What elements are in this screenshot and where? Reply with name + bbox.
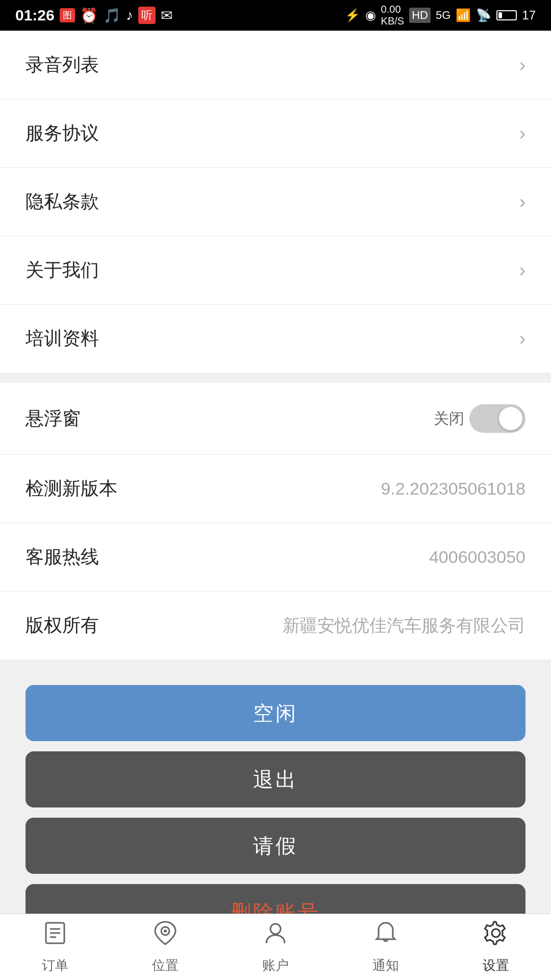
menu-card: 录音列表 › 服务协议 › 隐私条款 › 关于我们 › 培训资料 › [0, 31, 551, 373]
settings-label-float: 悬浮窗 [26, 406, 81, 431]
chevron-icon-training: › [519, 328, 525, 350]
status-icon-mail: ✉ [161, 7, 172, 24]
chevron-icon-privacy: › [519, 191, 525, 213]
settings-label-copyright: 版权所有 [26, 613, 99, 638]
hd-label: HD [409, 8, 431, 23]
signal-bars: 📶 [456, 8, 471, 22]
menu-item-service[interactable]: 服务协议 › [0, 100, 551, 168]
nav-label-settings: 设置 [483, 957, 509, 974]
idle-button[interactable]: 空闲 [26, 685, 525, 741]
location-nav-icon [152, 920, 179, 952]
nav-item-location[interactable]: 位置 [110, 920, 220, 974]
status-left: 01:26 图 ⏰ 🎵 ♪ 听 ✉ [15, 7, 172, 24]
menu-item-about[interactable]: 关于我们 › [0, 236, 551, 305]
menu-label-training: 培训资料 [26, 326, 99, 351]
settings-item-copyright: 版权所有 新疆安悦优佳汽车服务有限公司 [0, 592, 551, 659]
settings-nav-icon [483, 920, 509, 952]
menu-item-recording[interactable]: 录音列表 › [0, 31, 551, 100]
chevron-icon-about: › [519, 260, 525, 281]
status-icon-notify: 听 [138, 7, 156, 24]
settings-item-hotline: 客服热线 4006003050 [0, 523, 551, 592]
action-buttons: 空闲 退出 请假 删除账号 [0, 685, 551, 940]
account-nav-icon [262, 920, 289, 952]
settings-label-hotline: 客服热线 [26, 545, 99, 570]
status-time: 01:26 [15, 7, 55, 24]
menu-item-privacy[interactable]: 隐私条款 › [0, 168, 551, 236]
nav-item-settings[interactable]: 设置 [441, 920, 551, 974]
toggle-label-float: 关闭 [434, 408, 464, 429]
nav-item-notification[interactable]: 通知 [331, 920, 441, 974]
settings-value-version: 9.2.202305061018 [381, 479, 525, 499]
location-icon: ◉ [365, 8, 376, 22]
status-icon-music: 🎵 [103, 7, 121, 24]
svg-point-7 [492, 929, 500, 937]
bottom-nav: 订单 位置 账户 通知 [0, 914, 551, 980]
status-icon-tiktok: ♪ [126, 7, 133, 23]
nav-label-notification: 通知 [372, 957, 399, 974]
settings-card: 悬浮窗 关闭 检测新版本 9.2.202305061018 客服热线 40060… [0, 383, 551, 659]
chevron-icon-service: › [519, 123, 525, 144]
settings-value-hotline: 4006003050 [429, 547, 525, 567]
settings-item-version[interactable]: 检测新版本 9.2.202305061018 [0, 455, 551, 523]
status-icon-audio: ⏰ [80, 7, 98, 24]
wifi-icon: 📡 [476, 8, 491, 22]
menu-label-recording: 录音列表 [26, 53, 99, 78]
speed-label: 0.00KB/S [381, 4, 405, 27]
nav-label-location: 位置 [152, 957, 179, 974]
toggle-knob [499, 407, 522, 430]
leave-button[interactable]: 请假 [26, 818, 525, 874]
settings-label-version: 检测新版本 [26, 476, 117, 501]
battery-icon [496, 10, 517, 20]
float-window-toggle[interactable] [469, 404, 525, 433]
orders-icon [42, 920, 68, 952]
menu-label-about: 关于我们 [26, 258, 99, 283]
menu-label-service: 服务协议 [26, 121, 99, 146]
main-content: 录音列表 › 服务协议 › 隐私条款 › 关于我们 › 培训资料 › 悬浮窗 关… [0, 31, 551, 980]
battery-label: 17 [522, 8, 536, 22]
settings-item-float: 悬浮窗 关闭 [0, 383, 551, 455]
toggle-container: 关闭 [434, 404, 525, 433]
signal-label: 5G [436, 9, 450, 22]
svg-point-6 [270, 924, 281, 934]
status-badge-1: 图 [60, 8, 75, 22]
nav-item-account[interactable]: 账户 [220, 920, 331, 974]
svg-point-5 [164, 929, 167, 933]
status-icons-right: ⚡ ◉ 0.00KB/S HD 5G 📶 📡 17 [345, 4, 536, 27]
bluetooth-icon: ⚡ [345, 8, 360, 22]
logout-button[interactable]: 退出 [26, 751, 525, 807]
status-bar: 01:26 图 ⏰ 🎵 ♪ 听 ✉ ⚡ ◉ 0.00KB/S HD 5G 📶 📡… [0, 0, 551, 31]
nav-label-account: 账户 [262, 957, 289, 974]
settings-value-copyright: 新疆安悦优佳汽车服务有限公司 [283, 614, 525, 638]
menu-label-privacy: 隐私条款 [26, 189, 99, 214]
nav-item-orders[interactable]: 订单 [0, 920, 110, 974]
menu-item-training[interactable]: 培训资料 › [0, 305, 551, 373]
nav-label-orders: 订单 [42, 957, 68, 974]
chevron-icon-recording: › [519, 55, 525, 76]
notification-nav-icon [372, 920, 399, 952]
